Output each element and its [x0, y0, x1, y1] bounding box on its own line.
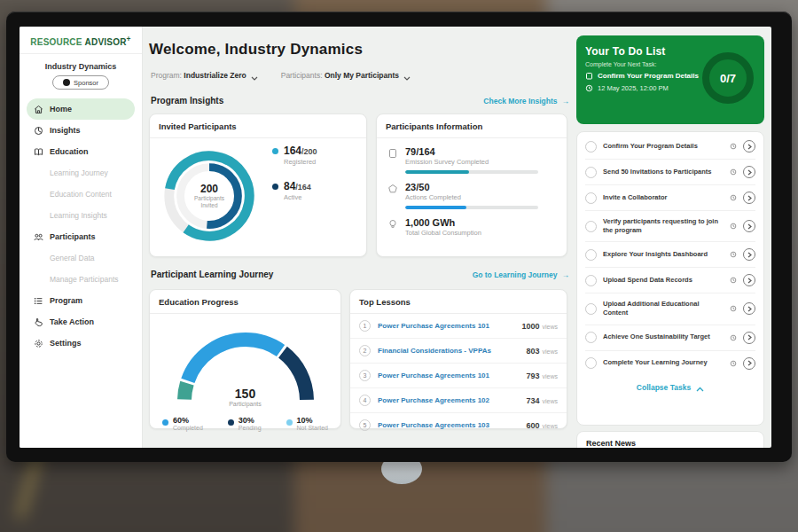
todo-due-label: 12 May 2025, 12:00 PM: [598, 84, 669, 92]
program-dropdown[interactable]: Industrialize Zero: [184, 71, 257, 80]
task-checkbox[interactable]: [585, 357, 597, 369]
task-label: Complete Your Learning Journey: [603, 358, 724, 367]
settings-icon: [34, 339, 43, 348]
invited-participants-donut-chart: 200 Participants Invited: [157, 144, 262, 248]
task-checkbox[interactable]: [585, 192, 597, 204]
task-open-button[interactable]: [743, 192, 755, 204]
org-name: Industry Dynamics: [20, 62, 142, 71]
participants-dropdown[interactable]: Only My Participants: [325, 71, 411, 80]
collapse-tasks-link[interactable]: Collapse Tasks: [585, 376, 755, 395]
progressbar-fill: [405, 170, 469, 174]
card-title: Invited Participants: [150, 114, 366, 138]
sidebar-item-participants[interactable]: Participants: [27, 226, 135, 247]
task-label: Upload Additional Educational Content: [603, 300, 724, 317]
task-open-button[interactable]: [743, 166, 755, 178]
task-label: Upload Spend Data Records: [603, 276, 724, 285]
clock-icon: [585, 84, 593, 92]
legend-label: Not Started: [297, 425, 328, 431]
sidebar-item-manage-participants[interactable]: Manage Participants: [27, 269, 135, 290]
sidebar-item-education-content[interactable]: Education Content: [27, 184, 135, 205]
task-open-button[interactable]: [743, 274, 755, 286]
task-row-invite-collaborator[interactable]: Invite a Collaborator: [585, 185, 755, 211]
task-label: Achieve One Sustainability Target: [603, 332, 724, 341]
task-open-button[interactable]: [743, 302, 755, 315]
views-label: views: [542, 423, 558, 429]
todo-progress-ring: 0/7: [702, 52, 754, 104]
sidebar-item-take-action[interactable]: Take Action: [27, 311, 135, 332]
task-row-achieve-target[interactable]: Achieve One Sustainability Target: [585, 325, 755, 351]
go-to-learning-journey-link[interactable]: Go to Learning Journey →: [473, 270, 569, 279]
sidebar-item-program[interactable]: Program: [27, 290, 135, 311]
lesson-link[interactable]: Financial Considerations - VPPAs: [378, 347, 519, 355]
education-progress-card: Education Progress 150 Participants 60% …: [149, 289, 341, 429]
card-title: Top Lessons: [350, 290, 567, 314]
top-lessons-card: Top Lessons 1 Power Purchase Agreements …: [349, 289, 567, 429]
task-checkbox[interactable]: [585, 332, 597, 343]
lesson-link[interactable]: Power Purchase Agreements 101: [378, 372, 519, 379]
pending-dot-icon: [228, 419, 234, 426]
task-row-upload-educational-content[interactable]: Upload Additional Educational Content: [585, 293, 755, 325]
task-open-button[interactable]: [743, 332, 755, 344]
lesson-row: 1 Power Purchase Agreements 101 1000view…: [350, 314, 567, 339]
task-row-send-invitations[interactable]: Send 50 Invitations to Participants: [585, 160, 755, 185]
logo-primary: RESOURCE: [30, 37, 82, 47]
active-dot-icon: [272, 184, 278, 190]
completed-dot-icon: [162, 419, 168, 426]
sidebar-item-home[interactable]: Home: [27, 98, 135, 120]
task-checkbox[interactable]: [585, 249, 597, 261]
views-count: 1000: [521, 322, 539, 331]
legend-item-registered: 164/200 Registered: [272, 145, 317, 166]
program-filter-label: Program:: [151, 71, 182, 80]
consumption-icon: [387, 219, 398, 230]
task-row-explore-insights[interactable]: Explore Your Insights Dashboard: [585, 242, 755, 268]
sidebar-item-education[interactable]: Education: [27, 141, 135, 162]
sidebar: RESOURCE ADVISOR+ Industry Dynamics Spon…: [20, 27, 143, 448]
task-checkbox[interactable]: [585, 275, 597, 286]
task-checkbox[interactable]: [585, 303, 597, 315]
sidebar-item-label: Learning Journey: [50, 168, 108, 177]
legend-item-not-started: 10% Not Started: [286, 416, 328, 431]
rank-badge: 1: [359, 320, 371, 332]
task-open-button[interactable]: [743, 140, 755, 153]
lesson-link[interactable]: Power Purchase Agreements 101: [378, 322, 514, 330]
check-more-insights-link[interactable]: Check More Insights →: [483, 97, 569, 106]
lesson-link[interactable]: Power Purchase Agreements 102: [378, 396, 519, 404]
task-row-verify-participants[interactable]: Verify participants requesting to join t…: [585, 211, 755, 242]
sidebar-item-insights[interactable]: Insights: [27, 120, 135, 141]
task-row-upload-spend-data[interactable]: Upload Spend Data Records: [585, 268, 755, 293]
task-open-button[interactable]: [743, 248, 755, 261]
task-checkbox[interactable]: [585, 221, 597, 232]
gauge-center-caption: Participants: [170, 401, 321, 407]
task-checkbox[interactable]: [585, 167, 597, 178]
views-label: views: [542, 324, 558, 330]
task-checkbox[interactable]: [585, 141, 597, 153]
clock-icon: [730, 194, 737, 201]
sidebar-item-label: Settings: [50, 339, 82, 348]
lesson-link[interactable]: Power Purchase Agreements 103: [378, 421, 519, 429]
task-open-button[interactable]: [743, 357, 755, 370]
task-row-confirm-program[interactable]: Confirm Your Program Details: [585, 134, 755, 160]
participants-dropdown-value: Only My Participants: [325, 71, 399, 80]
sidebar-item-label: Home: [50, 105, 72, 113]
registered-label: Registered: [284, 158, 317, 166]
clipboard-icon: [585, 72, 593, 80]
task-label: Confirm Your Program Details: [603, 142, 724, 151]
clock-icon: [730, 223, 737, 230]
program-icon: [34, 296, 43, 306]
rank-badge: 2: [359, 345, 371, 356]
task-open-button[interactable]: [743, 220, 755, 232]
progressbar-fill: [405, 206, 466, 209]
sidebar-item-general-data[interactable]: General Data: [27, 247, 135, 269]
sidebar-item-settings[interactable]: Settings: [27, 332, 135, 354]
sidebar-item-learning-journey[interactable]: Learning Journey: [27, 162, 135, 184]
sidebar-item-label: Manage Participants: [50, 275, 119, 284]
link-label: Check More Insights: [483, 97, 557, 106]
actions-progressbar: [405, 206, 538, 209]
task-row-complete-learning-journey[interactable]: Complete Your Learning Journey: [585, 351, 755, 376]
take-action-icon: [34, 317, 43, 327]
clock-icon: [730, 251, 737, 258]
stat-value: 79/164: [405, 146, 538, 157]
active-numerator: 84: [284, 180, 295, 192]
participants-information-card: Participants Information 79/164 Emission…: [376, 113, 567, 257]
sidebar-item-learning-insights[interactable]: Learning Insights: [27, 205, 135, 226]
